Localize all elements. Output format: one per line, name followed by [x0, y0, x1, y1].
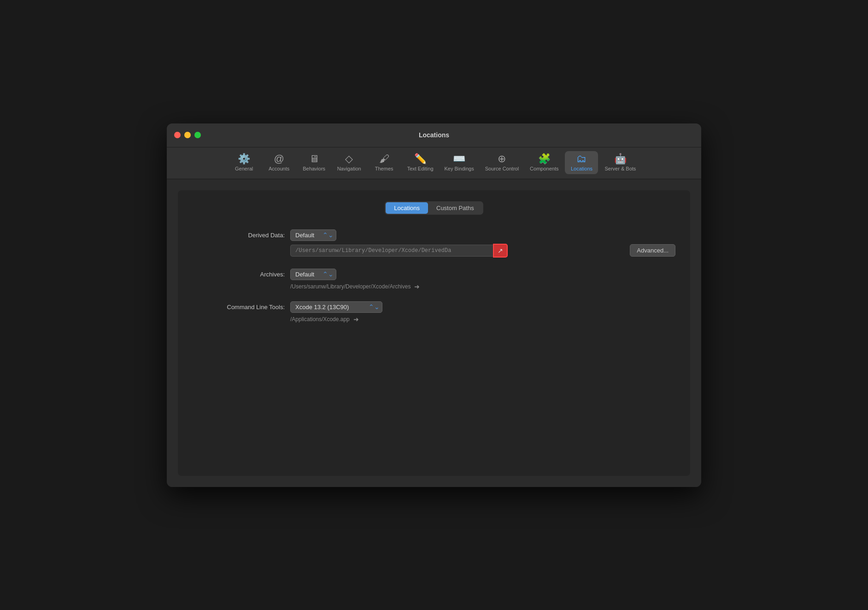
derived-data-path-row: ↗ Advanced... [193, 244, 675, 258]
advanced-button[interactable]: Advanced... [630, 244, 675, 257]
toolbar-label-server-bots: Server & Bots [604, 166, 636, 171]
settings-panel: Locations Custom Paths Derived Data: Def… [178, 190, 690, 476]
gear-icon: ⚙️ [238, 154, 250, 164]
navigation-icon: ◇ [345, 154, 353, 164]
clt-select-container: Xcode 13.2 (13C90) ⌃⌄ [290, 301, 382, 313]
toolbar-item-navigation[interactable]: ◇ Navigation [333, 151, 366, 174]
toolbar-label-source-control: Source Control [485, 166, 519, 171]
derived-data-reveal-button[interactable]: ↗ [493, 244, 508, 258]
archives-path-row: /Users/sarunw/Library/Developer/Xcode/Ar… [193, 283, 675, 290]
toolbar-item-components[interactable]: 🧩 Components [525, 151, 563, 174]
arrow-circle-icon: ↗ [498, 247, 503, 254]
archives-select-container: Default ⌃⌄ [290, 269, 336, 280]
text-editing-icon: ✏️ [414, 154, 427, 164]
tabs-row: Locations Custom Paths [193, 201, 675, 215]
minimize-button[interactable] [184, 132, 191, 138]
themes-icon: 🖌 [379, 154, 389, 164]
toolbar-label-behaviors: Behaviors [303, 166, 325, 171]
server-bots-icon: 🤖 [614, 154, 627, 164]
toolbar-label-themes: Themes [375, 166, 393, 171]
archives-path-arrow-icon[interactable]: ➜ [414, 283, 420, 290]
locations-icon: 🗂 [576, 154, 586, 164]
behaviors-icon: 🖥 [309, 154, 319, 164]
derived-data-row: Derived Data: Default ⌃⌄ ↗ [193, 229, 675, 258]
toolbar: ⚙️ General @ Accounts 🖥 Behaviors ◇ Navi… [167, 147, 701, 179]
derived-data-path-field[interactable] [290, 245, 493, 257]
tab-custom-paths[interactable]: Custom Paths [428, 202, 482, 214]
toolbar-item-source-control[interactable]: ⊕ Source Control [481, 151, 523, 174]
toolbar-item-text-editing[interactable]: ✏️ Text Editing [403, 151, 438, 174]
tab-locations[interactable]: Locations [386, 202, 428, 214]
titlebar: Locations [167, 123, 701, 147]
toolbar-item-key-bindings[interactable]: ⌨️ Key Bindings [440, 151, 479, 174]
key-bindings-icon: ⌨️ [453, 154, 465, 164]
accounts-icon: @ [274, 154, 284, 164]
window-title: Locations [419, 131, 449, 139]
toolbar-label-accounts: Accounts [269, 166, 289, 171]
command-line-tools-line: Command Line Tools: Xcode 13.2 (13C90) ⌃… [193, 301, 675, 313]
derived-data-label: Derived Data: [193, 232, 285, 239]
archives-select[interactable]: Default [290, 269, 336, 280]
toolbar-label-text-editing: Text Editing [407, 166, 434, 171]
toolbar-item-themes[interactable]: 🖌 Themes [368, 151, 401, 174]
source-control-icon: ⊕ [498, 154, 506, 164]
toolbar-label-components: Components [530, 166, 558, 171]
derived-data-select-container: Default ⌃⌄ [290, 229, 336, 241]
derived-data-select[interactable]: Default [290, 229, 336, 241]
archives-row: Archives: Default ⌃⌄ /Users/sarunw/Libra… [193, 269, 675, 290]
archives-label: Archives: [193, 271, 285, 278]
clt-path-row: /Applications/Xcode.app ➜ [193, 316, 675, 323]
clt-select[interactable]: Xcode 13.2 (13C90) [290, 301, 382, 313]
tab-group: Locations Custom Paths [385, 201, 483, 215]
toolbar-label-navigation: Navigation [337, 166, 361, 171]
locations-form: Derived Data: Default ⌃⌄ ↗ [193, 229, 675, 323]
derived-data-line: Derived Data: Default ⌃⌄ [193, 229, 675, 241]
maximize-button[interactable] [194, 132, 201, 138]
toolbar-item-behaviors[interactable]: 🖥 Behaviors [298, 151, 331, 174]
toolbar-item-server-bots[interactable]: 🤖 Server & Bots [600, 151, 640, 174]
content-area: Locations Custom Paths Derived Data: Def… [167, 179, 701, 487]
archives-path-text: /Users/sarunw/Library/Developer/Xcode/Ar… [290, 283, 411, 290]
archives-line: Archives: Default ⌃⌄ [193, 269, 675, 280]
clt-path-arrow-icon[interactable]: ➜ [353, 316, 359, 323]
toolbar-label-locations: Locations [571, 166, 592, 171]
toolbar-label-key-bindings: Key Bindings [445, 166, 474, 171]
main-window: Locations ⚙️ General @ Accounts 🖥 Behavi… [167, 123, 701, 487]
close-button[interactable] [174, 132, 181, 138]
components-icon: 🧩 [538, 154, 551, 164]
command-line-tools-row: Command Line Tools: Xcode 13.2 (13C90) ⌃… [193, 301, 675, 323]
toolbar-label-general: General [235, 166, 253, 171]
derived-data-path-wrap: ↗ [290, 244, 617, 258]
toolbar-item-locations[interactable]: 🗂 Locations [565, 151, 598, 174]
toolbar-item-general[interactable]: ⚙️ General [228, 151, 261, 174]
clt-path-text: /Applications/Xcode.app [290, 316, 350, 323]
traffic-lights [174, 132, 201, 138]
toolbar-item-accounts[interactable]: @ Accounts [263, 151, 296, 174]
command-line-tools-label: Command Line Tools: [193, 304, 285, 311]
